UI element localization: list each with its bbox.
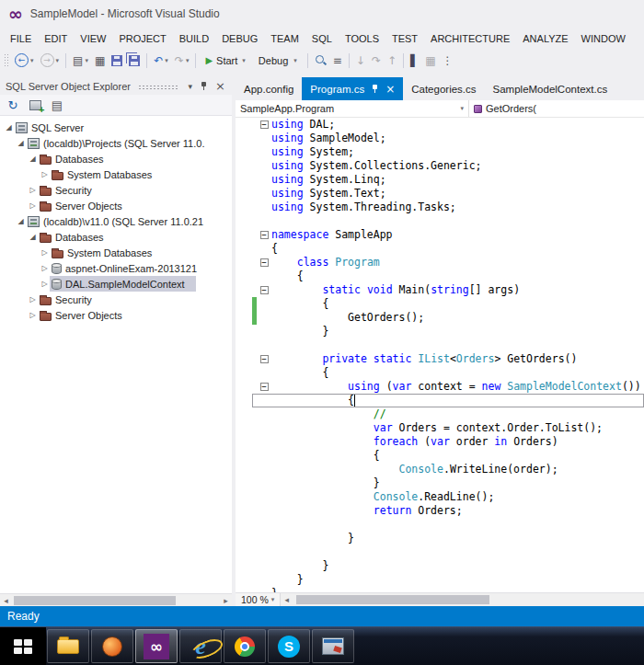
menu-view[interactable]: VIEW — [74, 29, 112, 48]
scroll-track[interactable] — [12, 594, 220, 607]
visual-studio[interactable]: ∞ — [135, 629, 178, 663]
code-line[interactable]: } — [252, 325, 644, 338]
internet-explorer[interactable]: e — [179, 629, 222, 663]
fold-toggle-icon[interactable]: − — [260, 286, 269, 294]
code-line[interactable]: { — [252, 269, 644, 283]
menu-analyze[interactable]: ANALYZE — [516, 29, 574, 48]
tree-item[interactable]: ▷aspnet-OnlineExam-2013121 — [0, 260, 232, 276]
refresh-button[interactable]: ↻ — [4, 97, 22, 114]
tab-app-config[interactable]: App.config — [236, 77, 302, 100]
code-line[interactable] — [252, 518, 644, 532]
toolbar-overflow-button[interactable]: ⋮ — [440, 53, 456, 68]
types-dropdown[interactable]: SampleApp.Program ▾ — [236, 100, 469, 117]
code-line[interactable]: } — [252, 559, 644, 573]
start-debugging-button[interactable]: ▶Start▾ — [200, 53, 250, 68]
code-line[interactable]: Console.WriteLine(order); — [252, 463, 644, 476]
fold-toggle-icon[interactable]: − — [260, 355, 269, 363]
start-button[interactable] — [0, 627, 46, 665]
menu-test[interactable]: TEST — [385, 29, 424, 48]
code-line[interactable]: Console.ReadLine(); — [252, 490, 644, 504]
save-all-button[interactable] — [126, 53, 143, 68]
expander-icon[interactable]: ▷ — [40, 248, 50, 257]
tree-item[interactable]: ▷Server Objects — [0, 307, 232, 323]
tab-categories-cs[interactable]: Categories.cs — [403, 77, 484, 100]
pin-icon[interactable] — [370, 83, 380, 95]
code-line[interactable]: − private static IList<Orders> GetOrders… — [252, 352, 644, 366]
system-utility[interactable] — [312, 629, 354, 663]
code-line[interactable]: using System.Linq; — [252, 173, 644, 187]
menu-project[interactable]: PROJECT — [112, 29, 172, 48]
tree-item[interactable]: ◢Databases — [0, 151, 232, 166]
code-line[interactable]: −using DAL; — [252, 118, 644, 132]
breakpoints-button[interactable]: ▌ — [408, 53, 421, 68]
code-line[interactable]: { — [252, 366, 644, 380]
media-player[interactable] — [91, 629, 133, 663]
code-line[interactable]: using System.Threading.Tasks; — [252, 201, 644, 214]
menu-architecture[interactable]: ARCHITECTURE — [424, 29, 516, 48]
expander-icon[interactable]: ◢ — [16, 217, 26, 225]
fold-toggle-icon[interactable]: − — [260, 231, 269, 239]
scroll-thumb[interactable] — [296, 595, 489, 604]
tab-samplemodelcontext-cs[interactable]: SampleModelContext.cs — [485, 77, 616, 100]
expander-icon[interactable]: ▷ — [28, 311, 38, 319]
menu-debug[interactable]: DEBUG — [215, 29, 264, 48]
scroll-track[interactable] — [293, 593, 644, 606]
code-line[interactable]: // — [252, 407, 644, 421]
scroll-left-icon[interactable]: ◂ — [281, 595, 293, 604]
tree-item[interactable]: ▷DAL.SampleModelContext — [0, 276, 232, 292]
code-line[interactable] — [252, 545, 644, 559]
tree-item[interactable]: ▷Security — [0, 182, 232, 198]
members-dropdown[interactable]: GetOrders( — [469, 100, 644, 117]
find-in-files-button[interactable] — [312, 52, 329, 68]
tree-item[interactable]: ◢SQL Server — [0, 120, 232, 135]
step-out-button[interactable]: ↑ — [385, 53, 399, 68]
add-item-button[interactable]: ▦ — [92, 53, 108, 68]
code-line[interactable]: − using (var context = new SampleModelCo… — [252, 380, 644, 394]
step-over-button[interactable]: ↷ — [369, 53, 384, 68]
close-icon[interactable]: × — [385, 84, 395, 95]
explorer-hscrollbar[interactable]: ◂ ▸ — [0, 593, 232, 606]
redo-button[interactable]: ↷▾ — [172, 53, 192, 68]
title-bar[interactable]: ∞ SampleModel - Microsoft Visual Studio — [0, 0, 644, 28]
new-project-button[interactable]: ▤▾ — [70, 53, 91, 68]
navigate-forward-button[interactable]: →▾ — [38, 52, 63, 69]
tree-item[interactable]: ◢(localdb)\v11.0 (SQL Server 11.0.21 — [0, 213, 232, 229]
fold-toggle-icon[interactable]: − — [260, 120, 269, 129]
solution-configurations-dropdown[interactable]: Debug▾ — [252, 53, 304, 68]
menu-tools[interactable]: TOOLS — [339, 29, 385, 48]
code-line[interactable]: } — [252, 476, 644, 490]
code-line[interactable]: } — [252, 587, 644, 592]
undo-button[interactable]: ↶▾ — [151, 53, 171, 68]
navigate-backward-button[interactable]: ←▾ — [12, 52, 37, 69]
expander-icon[interactable]: ▷ — [40, 264, 50, 272]
file-explorer[interactable] — [47, 629, 89, 663]
tree-item[interactable]: ▷System Databases — [0, 166, 232, 182]
expander-icon[interactable]: ◢ — [28, 233, 38, 241]
code-line[interactable]: } — [252, 573, 644, 587]
tree-item[interactable]: ▷Security — [0, 292, 232, 307]
expander-icon[interactable]: ▷ — [28, 186, 38, 194]
step-into-button[interactable]: ↓ — [353, 53, 368, 68]
save-button[interactable] — [109, 53, 125, 68]
expander-icon[interactable]: ◢ — [28, 155, 38, 163]
code-line[interactable]: using System.Collections.Generic; — [252, 159, 644, 173]
code-line[interactable]: −namespace SampleApp — [252, 228, 644, 242]
menu-team[interactable]: TEAM — [264, 29, 305, 48]
scroll-thumb[interactable] — [14, 596, 176, 605]
expander-icon[interactable]: ◢ — [16, 139, 26, 147]
code-line[interactable]: return Orders; — [252, 504, 644, 518]
menu-build[interactable]: BUILD — [173, 29, 215, 48]
group-by-button[interactable]: ▤ — [48, 97, 66, 114]
code-line[interactable]: } — [252, 532, 644, 545]
skype[interactable]: S — [268, 629, 310, 663]
code-line[interactable]: { — [252, 297, 644, 311]
code-line[interactable]: { — [252, 449, 644, 463]
tree-item[interactable]: ◢(localdb)\Projects (SQL Server 11.0. — [0, 135, 232, 151]
add-sql-server-button[interactable] — [26, 97, 44, 114]
fold-toggle-icon[interactable]: − — [260, 258, 269, 267]
code-line[interactable]: foreach (var order in Orders) — [252, 435, 644, 449]
tree-item[interactable]: ▷System Databases — [0, 245, 232, 260]
pin-icon[interactable] — [199, 80, 209, 92]
menu-sql[interactable]: SQL — [305, 29, 339, 48]
expander-icon[interactable]: ◢ — [4, 123, 14, 132]
